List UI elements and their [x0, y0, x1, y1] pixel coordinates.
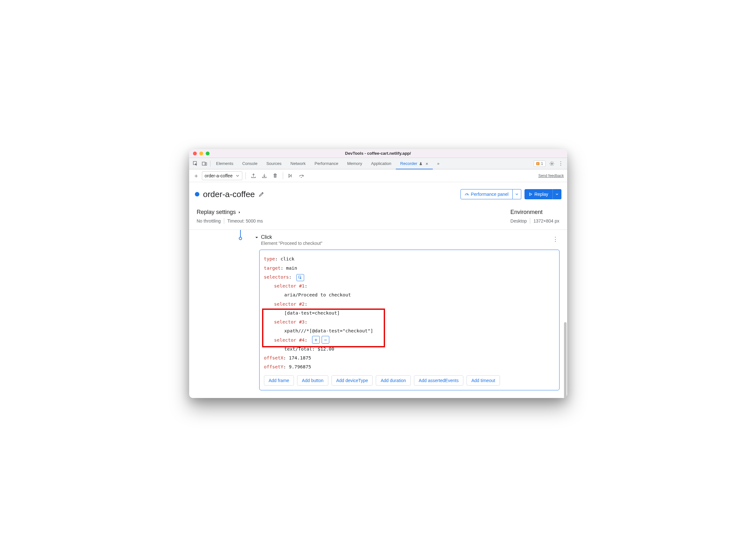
add-frame-button[interactable]: Add frame	[264, 375, 294, 386]
remove-selector-button[interactable]: −	[322, 336, 329, 344]
add-assertedevents-button[interactable]: Add assertedEvents	[414, 375, 463, 386]
selector-2-value[interactable]: [data-test=checkout]	[264, 309, 555, 317]
chevron-down-icon	[555, 193, 559, 196]
recording-status-icon	[195, 192, 199, 196]
add-duration-button[interactable]: Add duration	[376, 375, 410, 386]
export-icon[interactable]	[249, 171, 258, 180]
label: Replay settings	[197, 209, 236, 216]
timeout-value: Timeout: 5000 ms	[227, 218, 263, 224]
tab-console[interactable]: Console	[238, 158, 262, 169]
tab-more[interactable]: »	[433, 158, 444, 169]
devtools-window: DevTools - coffee-cart.netlify.app/ Elem…	[189, 149, 567, 398]
selector-4-label[interactable]: selector #4: + −	[264, 336, 555, 345]
svg-rect-2	[205, 163, 207, 165]
tab-label: Memory	[347, 161, 362, 166]
step-detail-box: type: click target: main selectors: sele…	[259, 250, 560, 390]
selector-1-value[interactable]: aria/Proceed to checkout	[264, 290, 555, 299]
add-buttons-row: Add frame Add button Add deviceType Add …	[264, 375, 555, 386]
window-title: DevTools - coffee-cart.netlify.app/	[189, 151, 567, 156]
inspect-element-icon[interactable]	[191, 159, 200, 168]
add-selector-button[interactable]: +	[312, 336, 320, 344]
timeline-dot	[239, 237, 242, 240]
tab-label: Application	[371, 161, 391, 166]
selector-4-value[interactable]: text/Total: $12.00	[264, 345, 555, 353]
separator	[283, 172, 283, 179]
selector-3-value[interactable]: xpath///*[@data-test="checkout"]	[264, 326, 555, 335]
field-type[interactable]: type: click	[264, 254, 555, 263]
gauge-icon	[465, 192, 469, 196]
selector-1-label[interactable]: selector #1:	[264, 281, 555, 290]
selector-2-label[interactable]: selector #2:	[264, 300, 555, 309]
svg-rect-4	[538, 163, 538, 164]
titlebar: DevTools - coffee-cart.netlify.app/	[189, 149, 567, 158]
tab-label: Console	[242, 161, 258, 166]
add-devicetype-button[interactable]: Add deviceType	[332, 375, 373, 386]
new-recording-icon[interactable]: ＋	[192, 172, 200, 180]
scrollbar[interactable]	[564, 322, 567, 398]
recording-selector[interactable]: order-a-coffee	[202, 171, 243, 180]
tab-label: Elements	[216, 161, 233, 166]
edit-title-icon[interactable]	[259, 191, 264, 197]
step-menu-icon[interactable]: ⋮	[551, 234, 560, 244]
tab-label: Recorder	[400, 161, 417, 166]
tab-sources[interactable]: Sources	[262, 158, 286, 169]
import-icon[interactable]	[260, 171, 269, 180]
environment-dimensions: 1372×804 px	[533, 218, 559, 224]
svg-point-7	[301, 177, 302, 178]
collapse-caret-icon[interactable]	[255, 236, 259, 239]
add-button-button[interactable]: Add button	[297, 375, 328, 386]
warning-icon	[536, 162, 540, 166]
tab-label: Performance	[315, 161, 338, 166]
devtools-tabs-bar: Elements Console Sources Network Perform…	[189, 158, 567, 169]
tab-recorder[interactable]: Recorder ×	[396, 158, 433, 169]
field-selectors[interactable]: selectors:	[264, 273, 555, 281]
button-label: Replay	[534, 192, 548, 197]
tab-elements[interactable]: Elements	[212, 158, 238, 169]
delete-icon[interactable]	[271, 171, 280, 180]
field-offsety[interactable]: offsetY: 9.796875	[264, 362, 555, 371]
chevron-down-icon	[236, 174, 239, 178]
settings-row: Replay settings No throttling Timeout: 5…	[189, 205, 567, 230]
button-label: Performance panel	[471, 192, 509, 197]
tab-application[interactable]: Application	[367, 158, 396, 169]
recorder-toolbar: ＋ order-a-coffee Send feedback	[189, 169, 567, 182]
step-replay-icon[interactable]	[286, 171, 295, 180]
chevron-down-icon	[515, 193, 518, 196]
replay-dropdown[interactable]	[553, 189, 561, 199]
field-target[interactable]: target: main	[264, 264, 555, 273]
replay-settings-title[interactable]: Replay settings	[197, 209, 263, 216]
recording-name: order-a-coffee	[205, 173, 233, 178]
step-header: Click Element "Proceed to checkout" ⋮	[197, 230, 560, 246]
tab-memory[interactable]: Memory	[343, 158, 367, 169]
tab-label: Sources	[266, 161, 282, 166]
environment-device: Desktop	[510, 218, 527, 224]
close-tab-icon[interactable]: ×	[425, 161, 428, 166]
selector-3-label[interactable]: selector #3:	[264, 317, 555, 326]
svg-point-6	[551, 163, 552, 164]
tab-label: Network	[290, 161, 306, 166]
separator	[246, 172, 246, 179]
performance-panel-button[interactable]: Performance panel	[460, 189, 513, 199]
send-feedback-link[interactable]: Send feedback	[538, 174, 564, 178]
step-name: Click	[261, 234, 549, 240]
add-timeout-button[interactable]: Add timeout	[467, 375, 500, 386]
throttling-value: No throttling	[197, 218, 221, 224]
play-icon	[529, 192, 532, 196]
pick-selector-icon[interactable]	[296, 274, 304, 281]
replay-button[interactable]: Replay	[524, 189, 553, 199]
warning-count: 1	[541, 161, 543, 166]
performance-button-group: Performance panel Replay	[460, 189, 561, 199]
step-description: Element "Proceed to checkout"	[261, 241, 549, 246]
tab-performance[interactable]: Performance	[310, 158, 343, 169]
step-over-icon[interactable]	[297, 171, 306, 180]
more-menu-icon[interactable]: ⋮	[556, 159, 565, 168]
flask-icon	[419, 162, 423, 166]
tab-network[interactable]: Network	[286, 158, 310, 169]
field-offsetx[interactable]: offsetX: 174.1875	[264, 353, 555, 362]
warning-badge[interactable]: 1	[534, 160, 546, 167]
settings-icon[interactable]	[547, 159, 556, 168]
performance-dropdown[interactable]	[513, 189, 521, 199]
separator	[224, 218, 224, 224]
device-toolbar-icon[interactable]	[200, 159, 209, 168]
step-area: Click Element "Proceed to checkout" ⋮ ty…	[189, 230, 567, 398]
